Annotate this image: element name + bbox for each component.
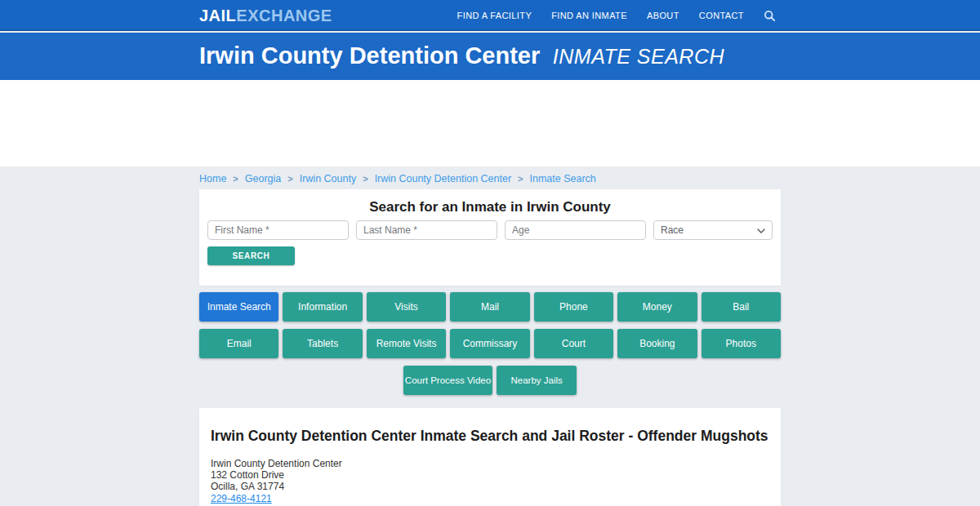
site-logo[interactable]: JAILEXCHANGE xyxy=(199,7,332,25)
tab-mail[interactable]: Mail xyxy=(450,292,529,322)
inmate-search-subtitle: INMATE SEARCH xyxy=(546,44,724,67)
last-name-field[interactable] xyxy=(356,220,497,240)
content-card: Irwin County Detention Center Inmate Sea… xyxy=(199,408,781,506)
address-street: 132 Cotton Drive xyxy=(211,469,342,481)
first-name-field[interactable] xyxy=(207,220,349,240)
facility-name-title: Irwin County Detention Center xyxy=(199,42,540,68)
logo-part-exchange: EXCHANGE xyxy=(236,7,332,24)
top-nav: FIND A FACILITY FIND AN INMATE ABOUT CON… xyxy=(457,0,776,31)
race-select[interactable]: Race xyxy=(653,220,773,240)
tab-row-3: Court Process Video Nearby Jails xyxy=(199,366,781,395)
tab-visits[interactable]: Visits xyxy=(367,292,446,322)
form-title: Search for an Inmate in Irwin County xyxy=(199,199,781,215)
breadcrumb-georgia[interactable]: Georgia xyxy=(245,173,281,184)
address-name: Irwin County Detention Center xyxy=(211,458,342,469)
tab-row-2: Email Tablets Remote Visits Commissary C… xyxy=(199,329,781,358)
breadcrumb-detention-center[interactable]: Irwin County Detention Center xyxy=(375,173,511,184)
tab-nearby-jails[interactable]: Nearby Jails xyxy=(497,366,577,395)
tab-inmate-search[interactable]: Inmate Search xyxy=(199,292,278,322)
inmate-search-card: Search for an Inmate in Irwin County Rac… xyxy=(199,189,781,286)
header-bar: JAILEXCHANGE FIND A FACILITY FIND AN INM… xyxy=(0,0,980,31)
search-icon[interactable] xyxy=(764,10,776,22)
chevron-right-icon: > xyxy=(233,174,238,184)
tab-information[interactable]: Information xyxy=(283,292,362,322)
tab-bail[interactable]: Bail xyxy=(702,292,781,322)
tab-court[interactable]: Court xyxy=(534,329,613,358)
breadcrumb-inmate-search[interactable]: Inmate Search xyxy=(530,173,596,184)
tab-booking[interactable]: Booking xyxy=(617,329,697,358)
breadcrumb-home[interactable]: Home xyxy=(199,173,226,184)
tab-phone[interactable]: Phone xyxy=(534,292,613,322)
tab-commissary[interactable]: Commissary xyxy=(450,329,529,358)
chevron-right-icon: > xyxy=(287,174,292,184)
tab-tablets[interactable]: Tablets xyxy=(283,329,362,358)
tab-photos[interactable]: Photos xyxy=(702,329,781,358)
breadcrumb-irwin-county[interactable]: Irwin County xyxy=(300,173,356,184)
page-title: Irwin County Detention Center INMATE SEA… xyxy=(199,42,724,69)
nav-about[interactable]: ABOUT xyxy=(647,11,679,20)
tab-money[interactable]: Money xyxy=(617,292,697,322)
chevron-right-icon: > xyxy=(363,174,368,184)
address-city: Ocilla, GA 31774 xyxy=(211,481,342,492)
nav-find-an-inmate[interactable]: FIND AN INMATE xyxy=(551,11,627,20)
age-field[interactable] xyxy=(505,220,646,240)
tab-court-process-video[interactable]: Court Process Video xyxy=(403,366,492,395)
tab-email[interactable]: Email xyxy=(199,329,278,358)
quick-links: Inmate Search Information Visits Mail Ph… xyxy=(199,292,781,402)
race-select-value: Race xyxy=(661,224,684,236)
nav-find-a-facility[interactable]: FIND A FACILITY xyxy=(457,11,532,20)
search-button[interactable]: SEARCH xyxy=(207,246,295,265)
form-fields-row: Race xyxy=(207,220,773,240)
breadcrumb: Home > Georgia > Irwin County > Irwin Co… xyxy=(199,173,596,184)
chevron-down-icon xyxy=(757,224,765,236)
content-heading: Irwin County Detention Center Inmate Sea… xyxy=(211,428,768,445)
tab-row-1: Inmate Search Information Visits Mail Ph… xyxy=(199,292,781,322)
chevron-right-icon: > xyxy=(518,174,523,184)
tab-remote-visits[interactable]: Remote Visits xyxy=(367,329,446,358)
upper-section: Home > Georgia > Irwin County > Irwin Co… xyxy=(0,80,980,166)
phone-link[interactable]: 229-468-4121 xyxy=(211,493,272,504)
logo-part-jail: JAIL xyxy=(199,7,236,24)
facility-address: Irwin County Detention Center 132 Cotton… xyxy=(211,458,342,504)
nav-contact[interactable]: CONTACT xyxy=(699,11,744,20)
page-banner: Irwin County Detention Center INMATE SEA… xyxy=(0,33,980,80)
